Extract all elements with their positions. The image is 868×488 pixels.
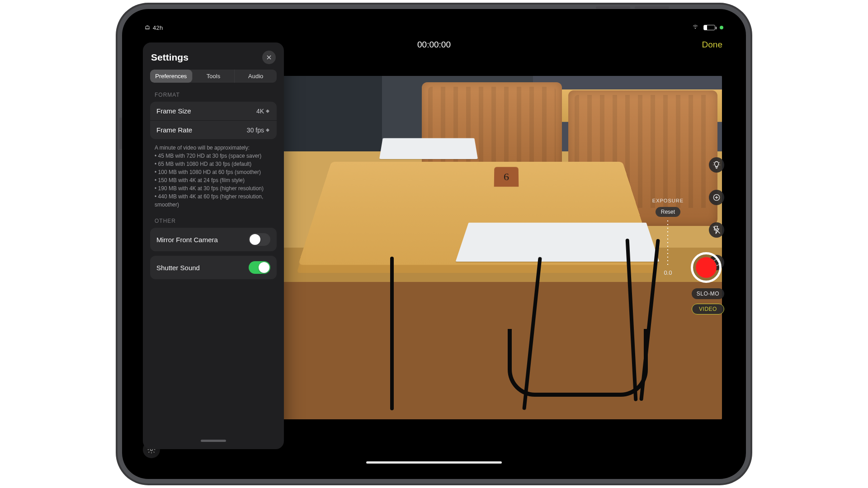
shutter-sound-toggle[interactable] bbox=[249, 261, 270, 274]
shutter-sound-row: Shutter Sound bbox=[150, 256, 277, 279]
screen: 42h 00:00:00 Done bbox=[135, 22, 733, 466]
other-group-2: Shutter Sound bbox=[150, 256, 277, 279]
home-indicator[interactable] bbox=[366, 461, 502, 464]
shutter-sound-label: Shutter Sound bbox=[156, 264, 200, 272]
mode-video[interactable]: VIDEO bbox=[692, 304, 724, 314]
charging-indicator bbox=[720, 26, 723, 29]
bulb-icon[interactable] bbox=[709, 157, 724, 173]
mode-slomo[interactable]: SLO-MO bbox=[692, 288, 724, 299]
hardware-power bbox=[119, 117, 122, 149]
frame-rate-value: 30 fps bbox=[247, 127, 264, 134]
wifi-icon bbox=[692, 24, 699, 31]
table-number-card: 6 bbox=[494, 167, 519, 187]
status-time: 42h bbox=[153, 24, 163, 31]
mirror-front-camera-toggle[interactable] bbox=[249, 233, 270, 246]
frame-size-row[interactable]: Frame Size 4K bbox=[150, 102, 277, 121]
camera-viewfinder[interactable]: 6 bbox=[250, 76, 722, 419]
exposure-reset-button[interactable]: Reset bbox=[656, 207, 680, 217]
hardware-volume-up bbox=[635, 6, 669, 9]
exposure-widget: EXPOSURE Reset 0.0 bbox=[652, 198, 684, 276]
frame-size-label: Frame Size bbox=[156, 107, 191, 115]
settings-tabs: Preferences Tools Audio bbox=[150, 70, 277, 83]
frame-rate-label: Frame Rate bbox=[156, 126, 192, 134]
other-label: OTHER bbox=[148, 216, 278, 228]
close-icon[interactable] bbox=[262, 51, 276, 64]
status-bar: 42h bbox=[135, 22, 733, 33]
format-label: FORMAT bbox=[148, 90, 278, 102]
settings-title: Settings bbox=[151, 52, 189, 63]
ipad-frame: 42h 00:00:00 Done bbox=[122, 9, 746, 479]
exposure-scale[interactable] bbox=[667, 221, 668, 266]
tab-audio[interactable]: Audio bbox=[235, 70, 277, 83]
format-group: Frame Size 4K Frame Rate 30 fps bbox=[150, 102, 277, 139]
hardware-volume-down bbox=[596, 6, 630, 9]
other-group-1: Mirror Front Camera bbox=[150, 228, 277, 251]
record-button[interactable] bbox=[691, 252, 722, 283]
exposure-label: EXPOSURE bbox=[652, 198, 684, 203]
settings-panel: Settings Preferences Tools Audio FORMAT … bbox=[143, 42, 284, 449]
mirror-front-camera-label: Mirror Front Camera bbox=[156, 236, 218, 244]
tab-preferences[interactable]: Preferences bbox=[150, 70, 193, 83]
svg-point-1 bbox=[695, 28, 696, 28]
done-button[interactable]: Done bbox=[702, 40, 722, 50]
exposure-icon[interactable] bbox=[709, 190, 724, 205]
frame-rate-row[interactable]: Frame Rate 30 fps bbox=[150, 121, 277, 139]
format-footnote: A minute of video will be approximately:… bbox=[148, 144, 278, 216]
exposure-value: 0.0 bbox=[664, 269, 672, 276]
updown-icon bbox=[266, 108, 270, 115]
tab-tools[interactable]: Tools bbox=[193, 70, 235, 83]
screentime-icon bbox=[145, 24, 150, 31]
recording-timer: 00:00:00 bbox=[417, 40, 451, 50]
mirror-front-camera-row: Mirror Front Camera bbox=[150, 228, 277, 251]
updown-icon bbox=[266, 127, 270, 134]
battery-icon bbox=[703, 25, 715, 30]
flash-off-icon[interactable] bbox=[709, 222, 724, 238]
panel-grabber[interactable] bbox=[201, 440, 226, 442]
svg-rect-0 bbox=[146, 26, 149, 29]
frame-size-value: 4K bbox=[256, 108, 264, 115]
